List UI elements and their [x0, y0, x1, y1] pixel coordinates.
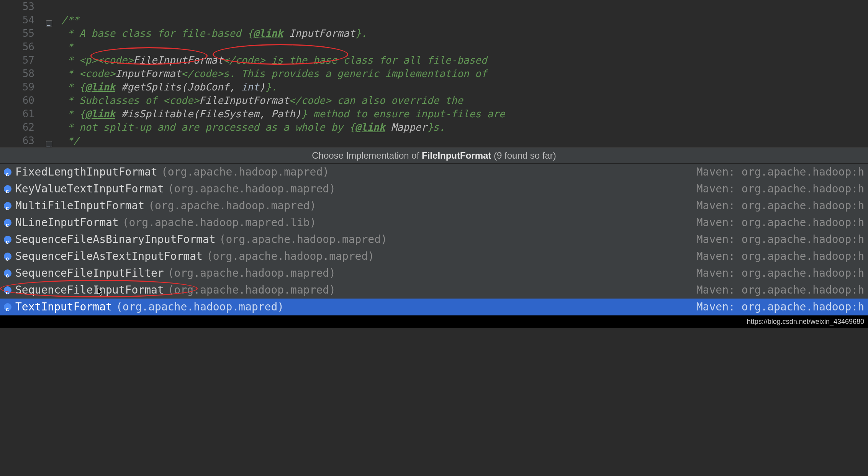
implementation-item[interactable]: SequenceFileAsBinaryInputFormat(org.apac…: [0, 231, 868, 248]
code-text[interactable]: /**: [61, 13, 868, 27]
implementation-item[interactable]: SequenceFileAsTextInputFormat(org.apache…: [0, 248, 868, 265]
line-number: 63: [0, 134, 46, 148]
implementation-package: (org.apache.hadoop.mapred): [116, 299, 284, 315]
implementation-source: Maven: org.apache.hadoop:h: [696, 249, 864, 264]
code-text[interactable]: */: [61, 134, 868, 148]
implementation-name: SequenceFileAsBinaryInputFormat: [15, 232, 216, 247]
class-icon: [4, 269, 11, 277]
code-line[interactable]: 54/**: [0, 13, 868, 27]
implementation-item[interactable]: NLineInputFormat(org.apache.hadoop.mapre…: [0, 214, 868, 231]
implementation-source: Maven: org.apache.hadoop:h: [696, 266, 864, 281]
code-line[interactable]: 62 * not split-up and are processed as a…: [0, 121, 868, 134]
implementation-package: (org.apache.hadoop.mapred): [206, 249, 374, 264]
implementation-name: FixedLengthInputFormat: [15, 164, 157, 180]
popup-title-prefix: Choose Implementation of: [312, 150, 422, 161]
implementation-package: (org.apache.hadoop.mapred): [168, 266, 336, 281]
implementation-source: Maven: org.apache.hadoop:h: [696, 299, 864, 315]
popup-title-suffix: (9 found so far): [491, 150, 556, 161]
implementation-package: (org.apache.hadoop.mapred): [168, 282, 336, 298]
code-text[interactable]: * A base class for file-based {@link Inp…: [61, 27, 868, 40]
code-text[interactable]: * <p><code>FileInputFormat</code> is the…: [61, 54, 868, 67]
implementation-item[interactable]: FixedLengthInputFormat(org.apache.hadoop…: [0, 164, 868, 181]
implementation-source: Maven: org.apache.hadoop:h: [696, 232, 864, 247]
implementation-package: (org.apache.hadoop.mapred): [168, 181, 336, 197]
implementation-item[interactable]: SequenceFileInputFilter(org.apache.hadoo…: [0, 265, 868, 282]
code-line[interactable]: 57 * <p><code>FileInputFormat</code> is …: [0, 54, 868, 67]
implementation-name: MultiFileInputFormat: [15, 198, 144, 213]
code-line[interactable]: 58 * <code>InputFormat</code>s. This pro…: [0, 67, 868, 80]
implementation-name: TextInputFormat: [15, 299, 112, 315]
class-icon: [4, 219, 11, 227]
fold-toggle-icon[interactable]: [46, 20, 52, 26]
implementation-name: KeyValueTextInputFormat: [15, 181, 164, 197]
implementation-item[interactable]: SequenceFileInputFormat(org.apache.hadoo…: [0, 282, 868, 299]
implementation-source: Maven: org.apache.hadoop:h: [696, 181, 864, 197]
implementation-package: (org.apache.hadoop.mapred): [148, 198, 316, 213]
line-number: 58: [0, 67, 46, 80]
code-line[interactable]: 60 * Subclasses of <code>FileInputFormat…: [0, 94, 868, 107]
class-icon: [4, 168, 11, 176]
code-text[interactable]: * Subclasses of <code>FileInputFormat</c…: [61, 94, 868, 107]
line-number: 55: [0, 27, 46, 40]
implementation-source: Maven: org.apache.hadoop:h: [696, 198, 864, 213]
implementation-item[interactable]: TextInputFormat(org.apache.hadoop.mapred…: [0, 299, 868, 315]
code-line[interactable]: 63 */: [0, 134, 868, 148]
implementation-source: Maven: org.apache.hadoop:h: [696, 282, 864, 298]
implementation-name: SequenceFileInputFilter: [15, 266, 164, 281]
implementation-list[interactable]: FixedLengthInputFormat(org.apache.hadoop…: [0, 164, 868, 315]
implementation-item[interactable]: KeyValueTextInputFormat(org.apache.hadoo…: [0, 181, 868, 197]
implementation-name: SequenceFileInputFormat: [15, 282, 164, 298]
code-text[interactable]: * <code>InputFormat</code>s. This provid…: [61, 67, 868, 80]
implementation-package: (org.apache.hadoop.mapred): [219, 232, 387, 247]
class-icon: [4, 253, 11, 260]
editor-root: 5354/**55 * A base class for file-based …: [0, 0, 868, 476]
code-line[interactable]: 53: [0, 0, 868, 13]
implementation-name: NLineInputFormat: [15, 215, 119, 230]
line-number: 54: [0, 13, 46, 27]
line-number: 62: [0, 121, 46, 134]
code-text[interactable]: * {@link #isSplitable(FileSystem, Path)}…: [61, 107, 868, 121]
fold-toggle-icon[interactable]: [46, 141, 52, 147]
code-line[interactable]: 56 *: [0, 40, 868, 54]
code-area[interactable]: 5354/**55 * A base class for file-based …: [0, 0, 868, 148]
status-bar: https://blog.csdn.net/weixin_43469680: [0, 315, 868, 328]
popup-title-class: FileInputFormat: [422, 150, 491, 161]
implementation-package: (org.apache.hadoop.mapred): [161, 164, 329, 180]
watermark-text: https://blog.csdn.net/weixin_43469680: [747, 318, 864, 326]
implementation-item[interactable]: MultiFileInputFormat(org.apache.hadoop.m…: [0, 197, 868, 214]
implementation-source: Maven: org.apache.hadoop:h: [696, 215, 864, 230]
code-text[interactable]: * not split-up and are processed as a wh…: [61, 121, 868, 134]
code-line[interactable]: 61 * {@link #isSplitable(FileSystem, Pat…: [0, 107, 868, 121]
class-icon: [4, 202, 11, 210]
line-number: 53: [0, 0, 46, 13]
implementation-source: Maven: org.apache.hadoop:h: [696, 164, 864, 180]
class-icon: [4, 236, 11, 243]
line-number: 56: [0, 40, 46, 54]
line-number: 57: [0, 54, 46, 67]
implementation-popup-title: Choose Implementation of FileInputFormat…: [0, 148, 868, 164]
code-line[interactable]: 55 * A base class for file-based {@link …: [0, 27, 868, 40]
implementation-name: SequenceFileAsTextInputFormat: [15, 249, 203, 264]
line-number: 60: [0, 94, 46, 107]
line-number: 59: [0, 80, 46, 94]
class-icon: [4, 185, 11, 193]
code-line[interactable]: 59 * {@link #getSplits(JobConf, int)}.: [0, 80, 868, 94]
class-icon: [4, 286, 11, 294]
code-text[interactable]: *: [61, 40, 868, 54]
implementation-package: (org.apache.hadoop.mapred.lib): [123, 215, 316, 230]
class-icon: [4, 303, 11, 311]
code-text[interactable]: * {@link #getSplits(JobConf, int)}.: [61, 80, 868, 94]
line-number: 61: [0, 107, 46, 121]
